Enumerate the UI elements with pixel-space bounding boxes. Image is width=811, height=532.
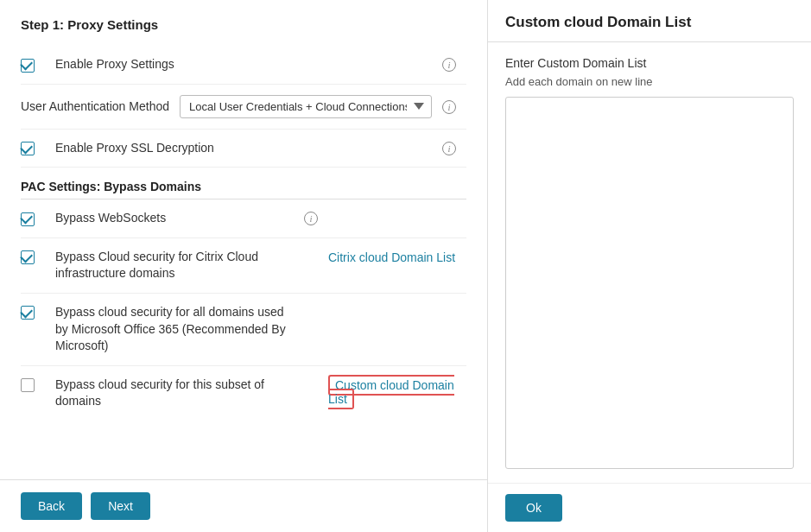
auth-info-col: i: [442, 98, 466, 114]
left-panel: Step 1: Proxy Settings Enable Proxy Sett…: [0, 0, 488, 532]
bypass-custom-info-col: [304, 377, 328, 378]
bypass-citrix-info-col: [304, 249, 328, 250]
back-button[interactable]: Back: [21, 492, 82, 520]
auth-select[interactable]: Local User Credentials + Cloud Connectio…: [180, 95, 432, 118]
bypass-office-label: Bypass cloud security for all domains us…: [55, 305, 286, 352]
bypass-custom-label: Bypass cloud security for this subset of…: [55, 377, 264, 408]
bypass-websockets-info-col: i: [304, 210, 328, 225]
enable-proxy-label-col: Enable Proxy Settings: [55, 56, 442, 73]
domain-sublabel: Add each domain on new line: [505, 75, 794, 88]
enable-proxy-info-col: i: [442, 56, 466, 72]
bypass-citrix-link-col: Citrix cloud Domain List: [328, 249, 466, 264]
auth-info-icon[interactable]: i: [442, 100, 456, 114]
enable-proxy-checkbox-col: [21, 56, 55, 73]
custom-domain-list-link[interactable]: Custom cloud Domain List: [328, 375, 454, 409]
right-content: Enter Custom Domain List Add each domain…: [488, 42, 811, 483]
bypass-citrix-row: Bypass Cloud security for Citrix Cloud i…: [21, 238, 466, 294]
bypass-citrix-label: Bypass Cloud security for Citrix Cloud i…: [55, 250, 258, 281]
ssl-info-col: i: [442, 140, 466, 155]
bypass-office-checkbox[interactable]: [21, 306, 35, 320]
ssl-info-icon[interactable]: i: [442, 142, 456, 155]
bypass-citrix-label-col: Bypass Cloud security for Citrix Cloud i…: [55, 249, 304, 282]
citrix-domain-list-link[interactable]: Citrix cloud Domain List: [328, 250, 455, 264]
ssl-checkbox-col: [21, 140, 55, 156]
main-container: Step 1: Proxy Settings Enable Proxy Sett…: [0, 0, 811, 532]
ok-button[interactable]: Ok: [505, 494, 562, 522]
bypass-office-label-col: Bypass cloud security for all domains us…: [55, 304, 304, 355]
auth-label: User Authentication Method: [21, 99, 169, 113]
right-footer: Ok: [488, 483, 811, 532]
next-button[interactable]: Next: [91, 492, 150, 520]
bypass-citrix-checkbox[interactable]: [21, 250, 35, 264]
pac-section-title: PAC Settings: Bypass Domains: [21, 168, 466, 199]
bypass-office-link-col: [328, 304, 466, 306]
bottom-bar: Back Next: [0, 479, 487, 532]
bypass-office-checkbox-col: [21, 304, 55, 320]
enter-domain-label: Enter Custom Domain List: [505, 56, 794, 70]
bypass-websockets-checkbox-col: [21, 210, 55, 226]
enable-proxy-info-icon[interactable]: i: [442, 58, 456, 72]
bypass-citrix-checkbox-col: [21, 249, 55, 265]
bypass-websockets-label-col: Bypass WebSockets: [55, 210, 304, 227]
ssl-label-col: Enable Proxy SSL Decryption: [55, 140, 442, 157]
left-content: Step 1: Proxy Settings Enable Proxy Sett…: [0, 0, 487, 479]
auth-row: User Authentication Method Local User Cr…: [21, 85, 466, 130]
right-header: Custom cloud Domain List: [488, 0, 811, 42]
right-panel: Custom cloud Domain List Enter Custom Do…: [488, 0, 811, 532]
bypass-websockets-link-col: [328, 210, 466, 212]
bypass-custom-label-col: Bypass cloud security for this subset of…: [55, 377, 304, 410]
bypass-websockets-label: Bypass WebSockets: [55, 211, 166, 225]
enable-proxy-label: Enable Proxy Settings: [55, 57, 174, 71]
bypass-office-info-col: [304, 304, 328, 306]
enable-proxy-checkbox[interactable]: [21, 59, 35, 73]
right-panel-title: Custom cloud Domain List: [505, 14, 794, 31]
bypass-websockets-checkbox[interactable]: [21, 212, 35, 226]
domain-textarea[interactable]: [505, 97, 794, 469]
step-title: Step 1: Proxy Settings: [21, 17, 466, 32]
bypass-custom-checkbox-col: [21, 377, 55, 395]
bypass-custom-row: Bypass cloud security for this subset of…: [21, 366, 466, 421]
bypass-office-row: Bypass cloud security for all domains us…: [21, 294, 466, 366]
bypass-custom-checkbox[interactable]: [21, 378, 35, 392]
bypass-websockets-row: Bypass WebSockets i: [21, 200, 466, 238]
ssl-row: Enable Proxy SSL Decryption i: [21, 130, 466, 168]
bypass-websockets-info-icon[interactable]: i: [304, 212, 318, 225]
ssl-checkbox[interactable]: [21, 142, 35, 155]
enable-proxy-row: Enable Proxy Settings i: [21, 46, 466, 85]
bypass-custom-link-col: Custom cloud Domain List: [328, 377, 466, 406]
ssl-label: Enable Proxy SSL Decryption: [55, 141, 214, 155]
